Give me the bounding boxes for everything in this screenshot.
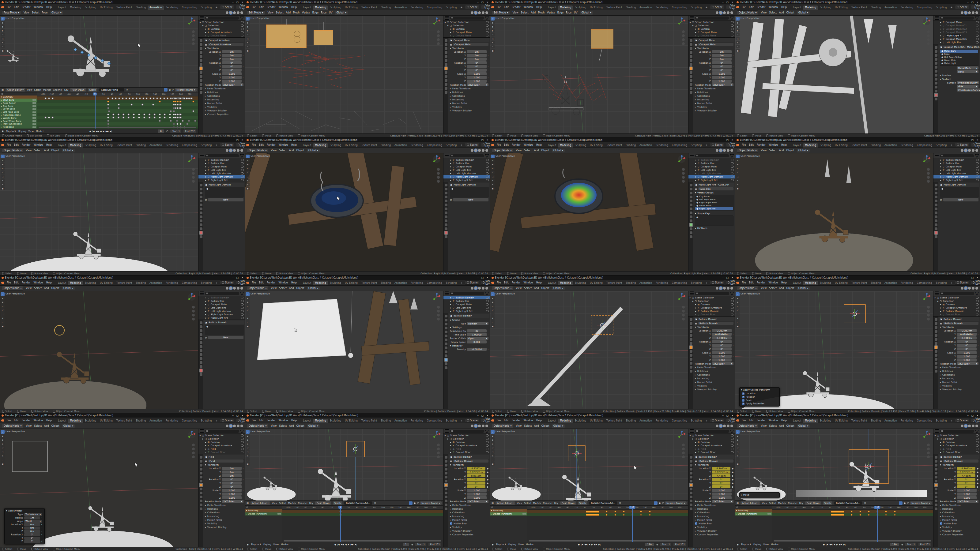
menu-help[interactable]: Help xyxy=(45,6,53,9)
dope-menu-channel[interactable]: Channel xyxy=(298,502,307,505)
annotate-tool-icon[interactable]: ✎ xyxy=(246,41,250,44)
viewport-3d[interactable]: User Perspective◸⊕✥↻⤢⬚✎⌐▦ xyxy=(490,16,688,133)
outliner-row[interactable]: ▸▽Ground Floor xyxy=(934,451,980,454)
workspace-tab-rendering[interactable]: Rendering xyxy=(654,419,670,423)
workspace-tab-modeling[interactable]: Modeling xyxy=(558,419,573,423)
panel-collapsed-header[interactable]: ▸Motion Paths xyxy=(694,101,734,105)
keyframe-diamond[interactable] xyxy=(156,97,158,100)
outliner-row[interactable]: ▸▢Scene Collection xyxy=(934,296,980,299)
outliner-row[interactable]: ▸▽Right Light Fire xyxy=(199,178,245,182)
panel-section-header[interactable]: ▾UV Maps xyxy=(694,226,734,230)
jump-start-button[interactable]: |◀ xyxy=(92,130,95,133)
overlay-toggle-icon[interactable] xyxy=(975,425,978,427)
properties-tab-2[interactable] xyxy=(935,54,937,57)
snap-mode-dropdown[interactable]: Nearest Frame▾ xyxy=(910,502,932,505)
workspace-tab-uv-editing[interactable]: UV Editing xyxy=(343,5,360,10)
navigation-gizmo[interactable] xyxy=(678,431,686,439)
property-value-field[interactable]: 1.000 xyxy=(222,496,242,499)
eye-visibility-icon[interactable] xyxy=(241,300,244,302)
eye-visibility-icon[interactable] xyxy=(731,169,734,171)
filter-icon[interactable]: ▽ xyxy=(907,502,908,505)
record-button[interactable]: ● xyxy=(578,543,580,546)
outliner-row[interactable]: ▸▽Right Light Fire xyxy=(444,310,490,313)
panel-collapsed-header[interactable]: ▸Motion Paths xyxy=(694,380,734,384)
expand-arrow-icon[interactable]: ▸ xyxy=(205,31,207,34)
rotate-tool-icon[interactable]: ↻ xyxy=(491,29,495,32)
outliner-search-input[interactable] xyxy=(450,292,484,295)
property-value-field[interactable]: 1.000 xyxy=(467,489,487,492)
keyframe-diamond[interactable] xyxy=(122,116,125,119)
menu-window[interactable]: Window xyxy=(32,144,45,146)
panel-collapsed-header[interactable]: ▸Visibility xyxy=(449,525,489,529)
properties-tab-13[interactable] xyxy=(935,235,937,238)
chevron-down-icon[interactable]: ▾ xyxy=(491,510,492,512)
workspace-tab-layout[interactable]: Layout xyxy=(56,143,68,148)
auto-snap-toggle[interactable] xyxy=(654,502,657,505)
new-button[interactable]: New xyxy=(943,198,978,202)
keyframe-diamond[interactable] xyxy=(132,97,134,100)
camera-view-icon[interactable] xyxy=(437,451,440,454)
properties-tab-6[interactable] xyxy=(445,480,447,483)
annotate-tool-icon[interactable]: ✎ xyxy=(1,454,5,457)
wireframe-shading-icon[interactable] xyxy=(961,287,964,290)
transform-tool-icon[interactable]: ⬚ xyxy=(736,450,740,454)
properties-tab-3[interactable] xyxy=(935,195,937,198)
annotate-tool-icon[interactable]: ✎ xyxy=(1,41,5,44)
keyframe-dot-icon[interactable]: · xyxy=(978,337,978,340)
workspace-tab-scripting[interactable]: Scripting xyxy=(444,281,459,285)
properties-tab-2[interactable] xyxy=(200,329,202,332)
chevron-right-icon[interactable]: ▸ xyxy=(246,513,247,515)
cursor-tool-icon[interactable]: ⊕ xyxy=(1,296,5,300)
workspace-tab-animation[interactable]: Animation xyxy=(883,5,899,10)
pan-icon[interactable] xyxy=(927,172,930,175)
object-name-field[interactable]: Ballistic Domain xyxy=(453,459,488,462)
channel-row[interactable]: ▾Summary xyxy=(245,509,282,513)
scene-selector[interactable]: Scene xyxy=(710,280,724,285)
scale-tool-icon[interactable]: ⤢ xyxy=(491,308,495,312)
expand-arrow-icon[interactable]: ▸ xyxy=(450,162,452,165)
menu-render[interactable]: Render xyxy=(511,281,522,284)
panel-collapsed-header[interactable]: ▸Instancing xyxy=(694,514,734,518)
navigation-gizmo[interactable] xyxy=(188,431,196,439)
camera-view-icon[interactable] xyxy=(682,451,685,454)
panel-section-header[interactable]: ▾Behavior xyxy=(449,344,489,348)
keyframe-dot-icon[interactable]: · xyxy=(733,489,733,492)
chevron-down-icon[interactable]: ▾ xyxy=(246,510,247,512)
pan-icon[interactable] xyxy=(682,310,685,313)
eye-visibility-icon[interactable] xyxy=(486,297,489,299)
expand-arrow-icon[interactable]: ▸ xyxy=(695,179,697,181)
panel-collapsed-header[interactable]: ▸Motion Paths xyxy=(449,101,489,105)
property-value-field[interactable]: 0° xyxy=(712,61,732,64)
keyframe-dot-icon[interactable]: · xyxy=(488,341,488,343)
wireframe-shading-icon[interactable] xyxy=(226,149,229,152)
move-tool-icon[interactable]: ✥ xyxy=(736,300,740,304)
outliner-row[interactable]: ▸◎Field xyxy=(444,447,490,451)
dope-menu-marker[interactable]: Marker xyxy=(288,502,296,505)
playback-options-icon[interactable]: ◐ xyxy=(2,130,4,133)
eye-visibility-icon[interactable] xyxy=(731,307,734,309)
workspace-tab-rendering[interactable]: Rendering xyxy=(899,5,915,10)
panel-collapsed-header[interactable]: ▸Relations xyxy=(694,369,734,373)
properties-tab-11[interactable] xyxy=(935,362,937,365)
keyframe-area[interactable]: -120-100-80-60-40-2002040608010012014016… xyxy=(282,506,443,542)
workspace-tab-sculpting[interactable]: Sculpting xyxy=(83,5,98,10)
outliner-row[interactable]: ▸▽Catapult Main xyxy=(934,165,980,168)
window-titlebar[interactable]: Blender [C:\Users\Neil\Desktop\3D Work\S… xyxy=(245,138,490,142)
eye-visibility-icon[interactable] xyxy=(731,162,734,164)
property-value-field[interactable]: 0° xyxy=(222,61,242,64)
menu-render[interactable]: Render xyxy=(756,281,767,284)
property-value-field[interactable]: 0° xyxy=(712,340,732,343)
panel-collapsed-header[interactable]: ▸Viewport Display xyxy=(449,529,489,533)
overlay-toggle-icon[interactable] xyxy=(730,425,733,427)
camera-view-icon[interactable] xyxy=(927,314,930,316)
prev-key-button[interactable]: ◀◀ xyxy=(96,130,99,133)
blender-logo-icon[interactable] xyxy=(1,144,4,146)
next-key-button[interactable]: ▶▶ xyxy=(839,543,842,546)
panel-collapsed-header[interactable]: ▸Delta Transform xyxy=(449,503,489,507)
workspace-tab-+[interactable]: + xyxy=(703,143,709,148)
transform-orientation[interactable]: Global▾ xyxy=(62,424,75,428)
keyframe-diamond[interactable] xyxy=(149,97,151,100)
snap-mode-dropdown[interactable]: Nearest Frame▾ xyxy=(175,88,197,92)
properties-tab-7[interactable] xyxy=(690,484,692,486)
close-button[interactable]: ✕ xyxy=(241,414,243,417)
